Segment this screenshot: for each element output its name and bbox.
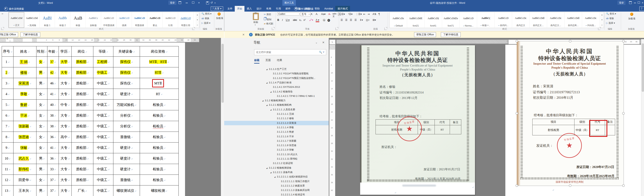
nav-item[interactable]: 3.1.1.4.2.1 73*40 2-7/8NU C N80-1 <box>224 94 329 98</box>
tab-stop-selector[interactable]: L <box>330 40 336 44</box>
char-shading-icon[interactable]: ⓐ <box>323 18 325 22</box>
restore-icon[interactable] <box>637 1 640 4</box>
indent-marker-icon[interactable]: △ <box>9 40 11 42</box>
table-cell[interactable]: 显微镜 <box>113 132 140 143</box>
table-cell[interactable]: 宋英清 <box>14 78 36 89</box>
table-cell[interactable]: 大专 <box>59 175 72 186</box>
table-cell[interactable]: 37 <box>48 175 59 186</box>
style-item-表内正文...[interactable]: AaBbCcDdl表内正文... <box>530 12 547 28</box>
table-cell[interactable]: 37 <box>48 57 59 67</box>
tell-me-search[interactable]: 操作说明搜索 <box>298 7 314 11</box>
enclose-char-icon[interactable]: 🅐 <box>328 18 330 21</box>
replace-button[interactable]: ab 替换 <box>202 17 209 20</box>
select-button[interactable]: ▷ 选择 ▾ <box>606 21 615 25</box>
selection-handle[interactable] <box>622 185 624 187</box>
table-cell[interactable]: 女 <box>36 57 48 67</box>
expand-triangle-icon[interactable]: ◢ <box>266 166 269 170</box>
learn-more-button[interactable]: 了解详细信息 <box>20 32 40 37</box>
nav-tab-results[interactable]: 结果 <box>277 58 282 62</box>
table-cell[interactable]: 38 <box>48 121 59 132</box>
table-cell[interactable]: 中级工 <box>93 175 113 186</box>
table-cell[interactable]: 中级工 <box>93 110 113 121</box>
table-cell[interactable]: 女 <box>36 175 48 186</box>
selection-handle[interactable] <box>569 40 571 42</box>
nav-item[interactable]: 3.1.2.2.1.1.2 购置发票 <box>224 184 329 188</box>
show-marks-icon[interactable]: ¶ <box>378 13 380 15</box>
nav-item[interactable]: 3.1.2.1.1.6 于冰 <box>224 134 329 139</box>
nav-tab-pages[interactable]: 页面 <box>266 58 271 62</box>
nav-item[interactable]: 3.1.2.1.1.1 王娟 <box>224 112 329 116</box>
table-cell[interactable]: RT <box>140 89 179 100</box>
nav-search-box[interactable]: 在文档中搜索 🔍 ˅ <box>254 49 326 55</box>
nav-item[interactable]: 3.1.2.2.1.1.1 现场工作图片 <box>224 179 329 184</box>
table-cell[interactable]: MTⅡ、RTⅡ <box>140 57 179 67</box>
table-cell[interactable]: 1 <box>2 57 14 67</box>
style-gallery-scroll[interactable]: ▲▼≡ <box>600 12 604 28</box>
personnel-table[interactable]: 序号姓名性别年龄学历岗位等级关键设备岗位资格1王 娟女37大学质检部工程师探伤仪… <box>2 46 179 196</box>
nav-item[interactable]: 3.1.2.1.1.2 修瑜 <box>224 116 329 121</box>
table-cell[interactable]: 大学 <box>59 57 72 67</box>
shading-icon[interactable]: ▨▾ <box>366 18 370 21</box>
document-page[interactable]: 中华人民共和国 特种设备检验检测人员证 Inspector and Tester… <box>360 45 475 195</box>
tab-插入[interactable]: 插入 <box>244 6 254 11</box>
decrease-indent-icon[interactable]: ⇤ <box>363 13 366 15</box>
align-left-icon[interactable]: ☰ <box>340 18 343 21</box>
nav-item[interactable]: ◢3.1.2.1.1 人员花名册 <box>224 107 329 112</box>
tab-邮件[interactable]: 邮件 <box>283 6 293 11</box>
save-icon[interactable] <box>206 1 209 4</box>
table-cell[interactable]: 检验员 <box>140 164 179 175</box>
table-cell[interactable]: 检验员 <box>140 175 179 186</box>
style-item-无间隔[interactable]: AaBbCcDd无间隔 <box>24 12 40 28</box>
expand-triangle-icon[interactable]: ◢ <box>270 170 273 175</box>
table-cell[interactable]: 男 <box>36 153 48 164</box>
style-item-font21[interactable]: AaBbCcDdEfont21 <box>407 12 425 28</box>
nav-pane-close-icon[interactable]: ✕ <box>322 41 324 44</box>
table-cell[interactable]: 中级工 <box>93 100 113 110</box>
table-cell[interactable]: 中级工 <box>93 153 113 164</box>
table-cell[interactable]: 质检部 <box>72 100 93 110</box>
style-item-不明显强调[interactable]: AaBbCcD不明显强调 <box>101 12 116 28</box>
style-item-正文[interactable]: AaBbCcDd正文 <box>9 12 24 28</box>
style-item-font41[interactable]: AaBbCcD(font41 <box>425 12 442 28</box>
table-cell[interactable]: 9 <box>2 143 14 153</box>
table-cell[interactable]: 质检部 <box>72 153 93 164</box>
close-icon[interactable]: × <box>198 1 200 4</box>
sort-icon[interactable]: A⇅ <box>372 13 376 15</box>
table-cell[interactable]: 质检部 <box>72 110 93 121</box>
table-cell[interactable]: 36 <box>48 153 59 164</box>
table-cell[interactable]: 高中 <box>59 132 72 143</box>
addins-button[interactable]: 加载项 <box>628 17 636 20</box>
font-name-combo[interactable]: Calibri▾ <box>277 12 301 15</box>
nav-item[interactable]: 3.1.2.1.1.10 武占久 <box>224 152 329 157</box>
table-cell[interactable]: 检检员 <box>140 121 179 132</box>
increase-indent-icon[interactable]: ⇥ <box>368 13 370 15</box>
nav-pane-options-icon[interactable]: ⌄ <box>315 41 318 44</box>
table-cell[interactable]: 探伤仪 <box>113 57 140 67</box>
table-cell[interactable]: 万能试验机 <box>113 100 140 110</box>
share-button[interactable]: ⤴ 共享 ▾ <box>211 6 223 11</box>
change-case-icon[interactable]: Aa▾ <box>321 13 326 15</box>
table-cell[interactable]: 4 <box>2 89 14 100</box>
scrollbar-thumb[interactable] <box>642 43 644 92</box>
nav-item[interactable]: ◢3.1.2.1 检验检测机构 <box>224 103 329 107</box>
style-item-标题 2[interactable]: AaBb标题 2 <box>55 12 70 28</box>
tab-文件[interactable]: 文件 <box>225 6 235 11</box>
ribbon-display-options-icon[interactable] <box>178 1 181 4</box>
font-color-icon[interactable]: A ▾ <box>316 18 319 22</box>
vertical-scrollbar[interactable] <box>221 38 224 196</box>
vertical-scrollbar[interactable] <box>641 39 644 196</box>
learn-more-button[interactable]: 了解详细信息 <box>441 32 461 37</box>
table-cell[interactable]: 质检部 <box>72 164 93 175</box>
table-cell[interactable]: 张新颖 <box>14 121 36 132</box>
style-item-明显强调[interactable]: AaBbCcD明显强调 <box>132 12 147 28</box>
table-cell[interactable]: 检验员 <box>140 100 179 110</box>
table-cell[interactable]: 分析仪 <box>113 110 140 121</box>
table-cell[interactable]: 33 <box>48 164 59 175</box>
style-item-Default[interactable]: AaBbCcDcDefault <box>390 12 407 28</box>
selection-handle[interactable] <box>569 185 571 187</box>
table-cell[interactable]: 大专 <box>59 164 72 175</box>
table-cell[interactable]: 中级工 <box>93 67 113 78</box>
table-cell[interactable]: MTⅡ <box>140 78 179 89</box>
nav-item[interactable]: 3.1.2.2.1.1.4 校准证书 <box>224 193 329 196</box>
font-dialog-launcher-icon[interactable] <box>336 27 338 30</box>
